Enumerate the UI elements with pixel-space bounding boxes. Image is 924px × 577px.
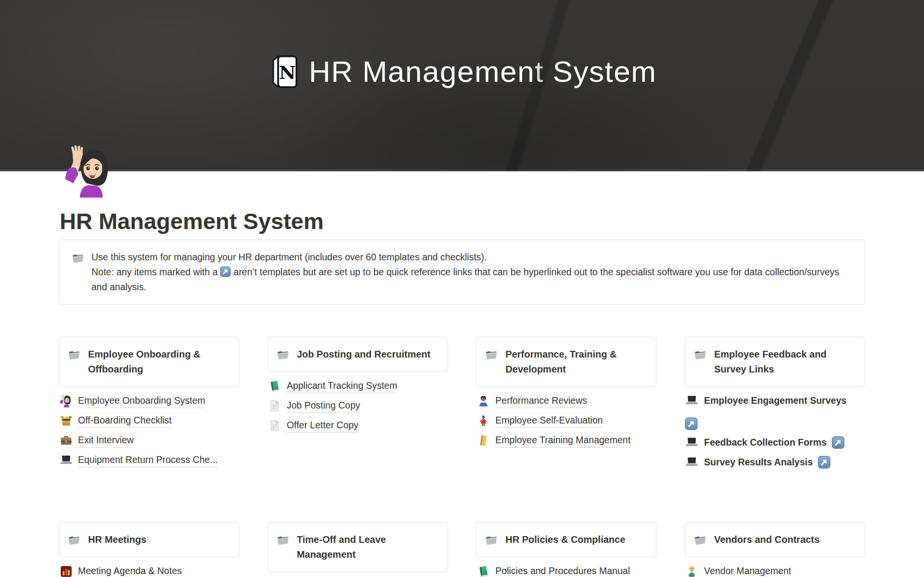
open-folder-icon — [484, 533, 499, 547]
section-card-time-off-leave-management[interactable]: Time-Off and Leave Management — [268, 522, 448, 572]
open-folder-icon — [693, 347, 707, 362]
section-performance-training-development: Performance, Training & Development Perf… — [476, 337, 656, 522]
laptop-icon — [685, 393, 699, 408]
green-book-icon — [476, 564, 490, 577]
reference-employee-engagement-surveys: Employee Engagement Surveys — [685, 393, 865, 430]
document-icon — [268, 418, 282, 433]
section-card-performance-training-development[interactable]: Performance, Training & Development — [476, 337, 656, 387]
section-employee-feedback-survey-links: Employee Feedback and Survey Links Emplo… — [685, 337, 865, 522]
section-card-job-posting-recruitment[interactable]: Job Posting and Recruitment — [268, 337, 448, 372]
construction-worker-icon — [685, 564, 699, 577]
section-card-hr-policies-compliance[interactable]: HR Policies & Compliance — [476, 522, 656, 557]
page-title: HR Management System — [60, 208, 865, 235]
arrow-up-right-icon[interactable] — [818, 456, 831, 469]
page-link-applicant-tracking-system[interactable]: Applicant Tracking System — [268, 378, 448, 394]
section-employee-onboarding-offboarding: Employee Onboarding & Offboarding Employ… — [59, 337, 239, 522]
page-content: HR Management System Use this system for… — [59, 208, 865, 577]
laptop-icon — [685, 435, 699, 449]
arrow-up-right-icon — [220, 266, 231, 277]
section-job-posting-recruitment: Job Posting and Recruitment Applicant Tr… — [268, 337, 448, 522]
woman-in-red-icon — [476, 413, 490, 428]
sections-grid: Employee Onboarding & Offboarding Employ… — [59, 337, 865, 577]
notion-logo-icon — [268, 54, 301, 90]
open-folder-icon — [276, 347, 290, 362]
open-folder-icon — [71, 251, 85, 265]
page-link-employee-training-management[interactable]: Employee Training Management — [476, 433, 656, 448]
page-link-off-boarding-checklist[interactable]: Off-Boarding Checklist — [59, 413, 239, 428]
callout-text: Use this system for managing your HR dep… — [91, 250, 855, 295]
callout-line1: Use this system for managing your HR dep… — [91, 250, 855, 265]
page-link-performance-reviews[interactable]: Performance Reviews — [476, 393, 656, 409]
section-time-off-leave-management: Time-Off and Leave Management — [268, 522, 448, 577]
document-icon — [268, 398, 282, 413]
reference-feedback-collection-forms: Feedback Collection Forms — [685, 435, 865, 450]
arrow-up-right-icon[interactable] — [685, 417, 698, 430]
open-folder-icon — [67, 533, 81, 547]
section-card-vendors-contracts[interactable]: Vendors and Contracts — [685, 522, 865, 557]
callout: Use this system for managing your HR dep… — [59, 240, 865, 305]
arrow-up-right-icon[interactable] — [832, 436, 845, 449]
briefcase-icon — [59, 433, 73, 448]
page-link-meeting-agenda-notes[interactable]: Meeting Agenda & Notes — [59, 564, 239, 577]
open-folder-icon — [276, 533, 290, 547]
office-worker-icon — [476, 394, 490, 408]
banner-title-group: HR Management System — [0, 54, 924, 90]
page-link-offer-letter-copy[interactable]: Offer Letter Copy — [268, 418, 448, 433]
open-folder-icon — [693, 533, 707, 547]
cover-image: HR Management System — [0, 0, 924, 171]
banner-title: HR Management System — [309, 55, 657, 88]
page-link-employee-self-evaluation[interactable]: Employee Self-Evaluation — [476, 413, 656, 428]
section-card-employee-onboarding-offboarding[interactable]: Employee Onboarding & Offboarding — [59, 337, 239, 387]
yellow-ledger-icon — [476, 433, 490, 448]
open-folder-icon — [67, 347, 81, 362]
reference-survey-results-analysis: Survey Results Analysis — [685, 454, 865, 470]
woman-raising-hand-icon[interactable] — [64, 141, 114, 201]
page-link-vendor-management[interactable]: Vendor Management — [685, 564, 865, 577]
woman-raising-hand-icon — [59, 394, 73, 408]
open-box-icon — [59, 413, 73, 428]
page-link-employee-onboarding-system[interactable]: Employee Onboarding System — [59, 393, 239, 409]
section-card-employee-feedback-survey-links[interactable]: Employee Feedback and Survey Links — [685, 337, 865, 387]
bar-chart-icon — [59, 564, 73, 577]
laptop-icon — [59, 453, 73, 467]
section-vendors-contracts: Vendors and Contracts Vendor Management — [685, 522, 865, 577]
section-card-hr-meetings[interactable]: HR Meetings — [59, 522, 239, 557]
green-book-icon — [268, 379, 282, 393]
section-hr-policies-compliance: HR Policies & Compliance Policies and Pr… — [476, 522, 656, 577]
open-folder-icon — [484, 347, 499, 362]
page-link-exit-interview[interactable]: Exit Interview — [59, 433, 239, 448]
laptop-icon — [685, 455, 699, 469]
section-hr-meetings: HR Meetings Meeting Agenda & Notes — [59, 522, 239, 577]
page-link-job-posting-copy[interactable]: Job Posting Copy — [268, 398, 448, 413]
page-link-policies-procedures-manual[interactable]: Policies and Procedures Manual — [476, 564, 656, 577]
callout-note: Note: any items marked with aaren’t temp… — [91, 265, 855, 295]
page-link-equipment-return[interactable]: Equipment Return Process Che... — [59, 452, 239, 468]
